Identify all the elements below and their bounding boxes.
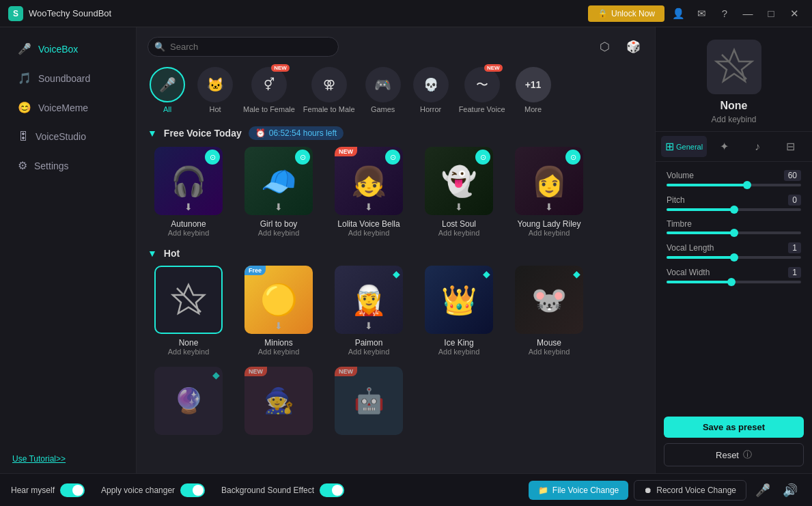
- voice-card-paimon[interactable]: 🧝 ◆ ⬇ Paimon Add keybind: [328, 266, 410, 356]
- category-male-to-female[interactable]: ⚥ NEW Male to Female: [243, 67, 295, 114]
- category-hot[interactable]: 🐱 Hot: [195, 67, 235, 114]
- category-all[interactable]: 🎤 All: [148, 67, 187, 114]
- voice-card-extra2[interactable]: 🧙 NEW: [238, 367, 320, 439]
- timer-badge: ⏰ 06:52:54 hours left: [249, 126, 344, 140]
- sidebar-item-voicestudio[interactable]: 🎛 VoiceStudio: [5, 124, 130, 150]
- hear-myself-toggle[interactable]: [60, 483, 85, 497]
- timbre-thumb[interactable]: [730, 229, 738, 237]
- vocal-length-value: 1: [788, 242, 801, 253]
- category-more[interactable]: +11 More: [514, 67, 553, 114]
- tab-settings[interactable]: ⊟: [774, 136, 807, 157]
- help-icon-button[interactable]: ?: [715, 4, 734, 23]
- close-button[interactable]: ✕: [785, 4, 804, 23]
- unlock-button[interactable]: 🔒 Unlock Now: [588, 5, 664, 22]
- new-badge-fv: NEW: [484, 64, 503, 72]
- search-input[interactable]: [148, 37, 339, 57]
- tab-general[interactable]: ⊞ General: [661, 136, 707, 157]
- voice-card-iceking[interactable]: 👑 ◆ Ice King Add keybind: [418, 266, 500, 356]
- volume-thumb[interactable]: [743, 181, 751, 189]
- voice-keybind-mouse[interactable]: Add keybind: [529, 348, 570, 356]
- voice-card-girltoboy[interactable]: 🧢 ⊙ ⬇ Girl to boy Add keybind: [238, 147, 320, 237]
- voice-name-paimon: Paimon: [355, 338, 383, 348]
- tab-magic[interactable]: ✦: [708, 136, 740, 157]
- tab-music[interactable]: ♪: [742, 137, 774, 157]
- new-badge-lolita: NEW: [335, 147, 357, 156]
- voice-keybind-iceking[interactable]: Add keybind: [438, 348, 480, 356]
- voicebox-icon: 🎤: [18, 42, 31, 55]
- voice-card-lostsoul[interactable]: 👻 ⊙ ⬇ Lost Soul Add keybind: [418, 147, 500, 237]
- timbre-slider[interactable]: [667, 231, 801, 234]
- timbre-fill: [667, 231, 734, 234]
- copy-icon-lolita: ⊙: [385, 150, 400, 165]
- category-all-icon-wrap: 🎤: [150, 67, 185, 102]
- share-icon-button[interactable]: ⬡: [593, 36, 615, 57]
- minimize-button[interactable]: —: [738, 4, 757, 23]
- voice-name-none: None: [179, 338, 199, 348]
- titlebar-right: 🔒 Unlock Now 👤 ✉ ? — □ ✕: [588, 4, 804, 23]
- right-panel-bottom: Save as preset Reset ⓘ: [656, 410, 812, 473]
- volume-slider[interactable]: [667, 184, 801, 186]
- vocal-length-thumb[interactable]: [730, 253, 738, 262]
- record-icon: ⏺: [644, 486, 652, 495]
- use-tutorial-link[interactable]: Use Tutorial>>: [0, 445, 136, 473]
- voice-card-extra1[interactable]: 🔮 ◆: [148, 367, 229, 439]
- user-icon-button[interactable]: 👤: [669, 4, 688, 23]
- voicestudio-icon: 🎛: [18, 130, 29, 143]
- pitch-thumb[interactable]: [730, 206, 738, 214]
- vocal-length-label: Vocal Length: [667, 243, 714, 253]
- voice-keybind-paimon[interactable]: Add keybind: [348, 348, 390, 356]
- voice-card-minions[interactable]: 🟡 Free ⬇ Minions Add keybind: [238, 266, 320, 356]
- voice-keybind-lolita[interactable]: Add keybind: [348, 229, 390, 237]
- voice-keybind-younglady[interactable]: Add keybind: [529, 229, 570, 237]
- add-keybind-button[interactable]: Add keybind: [711, 115, 756, 124]
- voice-name-girltoboy: Girl to boy: [260, 219, 298, 229]
- vocal-length-slider[interactable]: [667, 256, 801, 259]
- voice-card-lolita[interactable]: 👧 ⊙ NEW ⬇ Lolita Voice Bella Add keybind: [328, 147, 410, 237]
- reset-button[interactable]: Reset ⓘ: [664, 443, 804, 466]
- microphone-icon-button[interactable]: 🎤: [752, 479, 774, 501]
- hot-toggle[interactable]: ▼: [148, 248, 157, 259]
- voice-card-younglady[interactable]: 👩 ⊙ ⬇ Young Lady Riley Add keybind: [508, 147, 590, 237]
- category-horror[interactable]: 💀 Horror: [411, 67, 451, 114]
- free-voice-toggle[interactable]: ▼: [148, 128, 157, 139]
- category-more-icon-wrap: +11: [516, 67, 551, 102]
- bg-sound-toggle[interactable]: [320, 483, 344, 497]
- mail-icon-button[interactable]: ✉: [692, 4, 711, 23]
- voice-card-mouse[interactable]: 🐭 ◆ Mouse Add keybind: [508, 266, 590, 356]
- voice-card-none[interactable]: None Add keybind: [148, 266, 229, 356]
- copy-icon-lostsoul: ⊙: [475, 150, 490, 165]
- save-preset-button[interactable]: Save as preset: [664, 417, 804, 438]
- file-voice-change-button[interactable]: 📁 File Voice Change: [529, 481, 628, 500]
- sidebar-item-voicememe[interactable]: 😊 VoiceMeme: [5, 94, 130, 121]
- extra2-emoji: 🧙: [264, 386, 294, 415]
- record-voice-change-button[interactable]: ⏺ Record Voice Change: [634, 480, 746, 501]
- category-more-label: More: [524, 105, 542, 114]
- paimon-emoji: 🧝: [351, 283, 387, 317]
- maximize-button[interactable]: □: [761, 4, 781, 23]
- hear-myself-label: Hear myself: [11, 486, 55, 495]
- none-star-icon: [165, 276, 212, 324]
- vocal-width-slider[interactable]: [667, 281, 801, 283]
- sidebar-label-soundboard: Soundboard: [38, 73, 90, 84]
- voice-keybind-autotune[interactable]: Add keybind: [168, 229, 210, 237]
- voice-card-autotune[interactable]: 🎧 ⊙ ⬇ Autunone Add keybind: [148, 147, 229, 237]
- sidebar-item-settings[interactable]: ⚙ Settings: [5, 152, 130, 179]
- voice-keybind-none[interactable]: Add keybind: [168, 348, 210, 356]
- speaker-icon-button[interactable]: 🔊: [779, 479, 801, 501]
- voice-keybind-lostsoul[interactable]: Add keybind: [438, 229, 480, 237]
- pitch-slider[interactable]: [667, 208, 801, 211]
- voice-keybind-minions[interactable]: Add keybind: [258, 348, 300, 356]
- voice-card-extra3[interactable]: 🤖 NEW: [328, 367, 410, 439]
- apply-voice-toggle[interactable]: [180, 483, 205, 497]
- category-female-to-male[interactable]: ⚢ Female to Male: [303, 67, 355, 114]
- voice-keybind-girltoboy[interactable]: Add keybind: [258, 229, 300, 237]
- category-feature-voice[interactable]: 〜 NEW Feature Voice: [459, 67, 505, 114]
- vocal-width-thumb[interactable]: [727, 278, 736, 286]
- sidebar-item-voicebox[interactable]: 🎤 VoiceBox: [5, 36, 130, 62]
- hot-title: Hot: [164, 248, 180, 259]
- dice-icon-button[interactable]: 🎲: [622, 36, 644, 57]
- category-games[interactable]: 🎮 Games: [363, 67, 403, 114]
- music-tab-icon: ♪: [755, 141, 760, 153]
- sidebar-item-soundboard[interactable]: 🎵 Soundboard: [5, 65, 130, 92]
- voice-scroll-area[interactable]: ▼ Free Voice Today ⏰ 06:52:54 hours left…: [137, 121, 655, 473]
